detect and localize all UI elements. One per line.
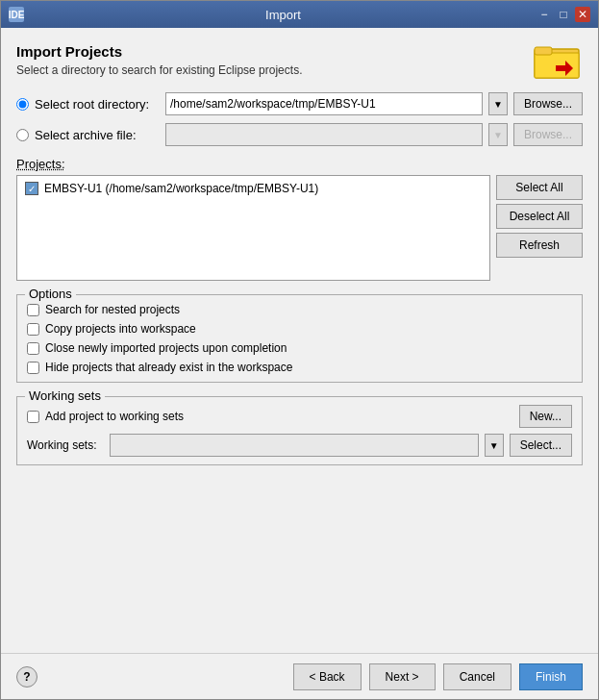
project-item[interactable]: EMBSY-U1 (/home/sam2/workspace/tmp/EMBSY… [21,180,486,197]
minimize-button[interactable]: − [537,7,552,22]
root-path-dropdown[interactable]: ▼ [488,92,508,115]
working-sets-group: Working sets Add project to working sets… [16,396,583,465]
ide-icon: IDE [9,7,24,22]
archive-browse-button[interactable]: Browse... [513,123,583,146]
page-subtitle: Select a directory to search for existin… [16,63,302,77]
working-sets-row2: Working sets: ▼ Select... [27,434,572,457]
svg-rect-2 [535,47,552,55]
nested-projects-label: Search for nested projects [45,303,180,316]
project-checkbox[interactable] [25,182,38,195]
option-copy-projects: Copy projects into workspace [27,322,572,336]
help-button[interactable]: ? [16,666,37,688]
dialog-title: Import [30,8,537,22]
option-nested-projects: Search for nested projects [27,303,572,316]
archive-file-row: Select archive file: ▼ Browse... [16,122,583,147]
projects-panel: EMBSY-U1 (/home/sam2/workspace/tmp/EMBSY… [16,175,583,281]
back-button[interactable]: < Back [293,663,362,690]
root-directory-radio[interactable] [16,98,29,111]
select-all-button[interactable]: Select All [496,175,583,200]
close-imported-label: Close newly imported projects upon compl… [45,341,287,355]
working-sets-row1: Add project to working sets New... [27,405,572,428]
titlebar-controls: − □ ✕ [537,7,590,22]
select-working-set-button[interactable]: Select... [510,434,572,457]
projects-buttons: Select All Deselect All Refresh [496,175,583,281]
refresh-button[interactable]: Refresh [496,233,583,258]
header-text: Import Projects Select a directory to se… [16,43,302,77]
archive-file-label: Select archive file: [35,128,160,142]
hide-existing-label: Hide projects that already exist in the … [45,361,292,374]
dialog-footer: ? < Back Next > Cancel Finish [1,653,598,699]
options-group: Options Search for nested projects Copy … [16,294,583,383]
project-name: EMBSY-U1 (/home/sam2/workspace/tmp/EMBSY… [44,182,318,195]
finish-button[interactable]: Finish [519,663,583,690]
archive-file-radio[interactable] [16,129,29,141]
next-button[interactable]: Next > [369,663,436,690]
deselect-all-button[interactable]: Deselect All [496,204,583,229]
working-sets-dropdown[interactable]: ▼ [485,434,504,457]
path-selection-section: Select root directory: ▼ Browse... Selec… [16,91,583,147]
working-sets-legend: Working sets [25,388,105,403]
titlebar: IDE Import − □ ✕ [1,1,598,28]
root-browse-button[interactable]: Browse... [513,92,583,115]
header-row: Import Projects Select a directory to se… [16,43,583,82]
new-working-set-button[interactable]: New... [519,405,572,428]
option-close-imported: Close newly imported projects upon compl… [27,341,572,355]
svg-rect-4 [556,65,569,71]
working-sets-input[interactable] [110,434,479,457]
working-sets-label: Working sets: [27,438,104,452]
root-directory-row: Select root directory: ▼ Browse... [16,91,583,116]
dialog-content: Import Projects Select a directory to se… [1,28,598,653]
projects-section: Projects: EMBSY-U1 (/home/sam2/workspace… [16,157,583,281]
page-title: Import Projects [16,43,302,60]
archive-dropdown[interactable]: ▼ [488,123,508,146]
close-button[interactable]: ✕ [575,7,590,22]
copy-projects-label: Copy projects into workspace [45,322,196,336]
option-hide-existing: Hide projects that already exist in the … [27,361,572,374]
add-working-sets-checkbox[interactable] [27,411,39,423]
close-imported-checkbox[interactable] [27,342,39,355]
cancel-button[interactable]: Cancel [443,663,512,690]
root-directory-label: Select root directory: [35,97,160,112]
hide-existing-checkbox[interactable] [27,362,39,374]
archive-path-input[interactable] [165,123,483,146]
copy-projects-checkbox[interactable] [27,323,39,336]
root-path-input[interactable] [165,92,483,115]
add-to-working-sets-row: Add project to working sets [27,410,184,423]
options-legend: Options [25,287,76,301]
folder-icon [533,39,583,82]
nested-projects-checkbox[interactable] [27,304,39,316]
projects-list: EMBSY-U1 (/home/sam2/workspace/tmp/EMBSY… [16,175,490,281]
import-dialog: IDE Import − □ ✕ Import Projects Select … [0,0,599,700]
add-working-sets-label: Add project to working sets [45,410,184,423]
projects-label: Projects: [16,157,583,171]
maximize-button[interactable]: □ [556,7,571,22]
